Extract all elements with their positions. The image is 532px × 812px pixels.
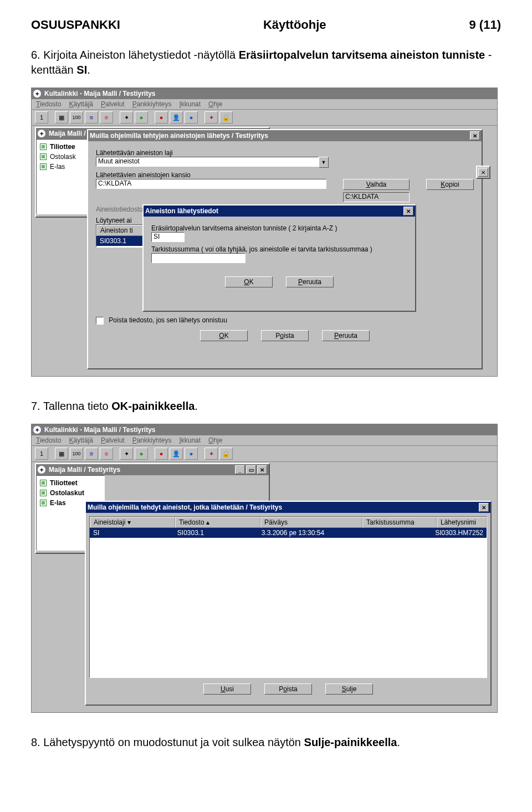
poista-button[interactable]: Poista bbox=[264, 683, 312, 695]
table-row[interactable]: SI SI0303.1 3.3.2006 pe 13:30:54 SI0303.… bbox=[90, 528, 487, 538]
col-aineistolaji[interactable]: Aineistolaji ▾ bbox=[90, 517, 175, 528]
sulje-button[interactable]: Sulje bbox=[325, 683, 373, 695]
poista-button[interactable]: Poista bbox=[261, 330, 309, 341]
step-6-bold2: SI bbox=[76, 64, 87, 76]
menu-pankkiyhteys[interactable]: Pankkiyhteys bbox=[132, 436, 172, 444]
tree-item[interactable]: ▦Tiliotteet bbox=[40, 478, 101, 488]
send-dialog-buttons: OK Poista Peruuta bbox=[96, 330, 474, 341]
tree-item[interactable]: ▦Ostolask bbox=[40, 152, 89, 162]
kopioi-button[interactable]: Kopioi bbox=[426, 179, 474, 190]
toolbar-btn-2[interactable]: ▦ bbox=[55, 111, 68, 124]
label-material-type: Lähetettävän aineiston laji bbox=[96, 149, 474, 157]
header-right: 9 (11) bbox=[469, 18, 501, 32]
result-list[interactable]: Aineistolaji ▾ Tiedosto ▴ Päiväys Tarkis… bbox=[89, 516, 487, 678]
toolbar-btn-2[interactable]: ▦ bbox=[55, 448, 68, 460]
step-7-bold: OK-painikkeella bbox=[111, 400, 195, 412]
close-icon[interactable]: ✕ bbox=[479, 503, 489, 512]
toolbar-btn-10[interactable]: ● bbox=[185, 111, 198, 124]
ok-button[interactable]: OK bbox=[200, 330, 248, 341]
toolbar-btn-8[interactable]: ● bbox=[155, 111, 168, 124]
toolbar-btn-8[interactable]: ● bbox=[155, 448, 168, 460]
toolbar-btn-5[interactable]: ≡ bbox=[100, 111, 113, 124]
tree-item[interactable]: ▦E-las bbox=[40, 162, 89, 172]
toolbar-btn-3[interactable]: 100 bbox=[70, 448, 83, 460]
toolbar-btn-1[interactable]: 1 bbox=[35, 111, 48, 124]
toolbar-btn-7[interactable]: ● bbox=[135, 111, 148, 124]
tree-view[interactable]: ▦Tiliottee ▦Ostolask ▦E-las bbox=[36, 139, 93, 214]
cell-lahetysnimi: SI0303.HM7252 bbox=[432, 528, 487, 538]
info-dialog-titlebar: Aineiston lähetystiedot ✕ bbox=[144, 205, 415, 217]
info-peruuta-button[interactable]: Peruuta bbox=[286, 276, 334, 287]
found-list[interactable]: Aineiston ti SI0303.1 bbox=[96, 224, 147, 248]
checkbox-label: Poista tiedosto, jos sen lähetys onnistu… bbox=[109, 316, 227, 324]
floating-close[interactable]: ✕ bbox=[476, 166, 490, 179]
checkbox-icon[interactable] bbox=[96, 317, 104, 325]
menu-ohje[interactable]: Ohje bbox=[208, 100, 222, 108]
info-dialog-title: Aineiston lähetystiedot bbox=[145, 207, 218, 215]
toolbar-btn-6[interactable]: ✦ bbox=[120, 111, 133, 124]
cell-aineistolaji: SI bbox=[90, 528, 174, 538]
list-dialog-titlebar: Muilla ohjelmilla tehdyt aineistot, jotk… bbox=[86, 502, 490, 513]
header-left: OSUUSPANKKI bbox=[31, 18, 120, 32]
menu-kayttaja[interactable]: Käyttäjä bbox=[69, 436, 93, 444]
vaihda-button[interactable]: Vaihda bbox=[343, 179, 410, 190]
tree-item[interactable]: ▦Ostolaskut bbox=[40, 488, 101, 498]
col-tarkistussumma[interactable]: Tarkistussumma bbox=[362, 517, 437, 528]
info-ok-button[interactable]: OK bbox=[225, 276, 273, 287]
toolbar-btn-11[interactable]: ✦ bbox=[204, 111, 218, 124]
menu-tiedosto[interactable]: Tiedosto bbox=[36, 436, 62, 444]
col-tiedosto[interactable]: Tiedosto ▴ bbox=[175, 517, 260, 528]
toolbar-btn-5[interactable]: ≡ bbox=[100, 448, 113, 460]
menu-palvelut[interactable]: Palvelut bbox=[101, 100, 125, 108]
label-tunniste: Eräsiirtopalvelun tarvitsema aineiston t… bbox=[151, 224, 407, 232]
col-paivays[interactable]: Päiväys bbox=[260, 517, 362, 528]
tree-item[interactable]: ▦Tiliottee bbox=[40, 142, 89, 152]
peruuta-button[interactable]: Peruuta bbox=[322, 330, 370, 341]
menu-ikkunat[interactable]: Ikkunat bbox=[179, 100, 201, 108]
toolbar-btn-3[interactable]: 100 bbox=[70, 111, 83, 124]
list-item[interactable]: SI0303.1 bbox=[96, 236, 146, 246]
chevron-down-icon[interactable]: ▼ bbox=[319, 157, 329, 168]
menu-palvelut[interactable]: Palvelut bbox=[101, 436, 125, 444]
step-6-suffix: . bbox=[87, 64, 90, 76]
menu-pankkiyhteys[interactable]: Pankkiyhteys bbox=[132, 100, 172, 108]
uusi-button[interactable]: Uusi bbox=[203, 683, 251, 695]
toolbar-btn-12[interactable]: 🔒 bbox=[219, 111, 233, 124]
toolbar-btn-4[interactable]: ≡ bbox=[85, 111, 98, 124]
mdi-icon: ✦ bbox=[38, 466, 45, 474]
menu-tiedosto[interactable]: Tiedosto bbox=[36, 100, 62, 108]
screenshot-2: ✦ Kultalinkki - Maija Malli / Testiyrity… bbox=[31, 424, 498, 713]
close-icon[interactable]: ✕ bbox=[478, 168, 488, 177]
checksum-input[interactable] bbox=[151, 253, 245, 263]
maximize-icon[interactable]: ▭ bbox=[246, 465, 256, 474]
col-lahetysnimi[interactable]: Lähetysnimi bbox=[437, 517, 487, 528]
menu-ohje[interactable]: Ohje bbox=[208, 436, 222, 444]
toolbar-btn-10[interactable]: ● bbox=[185, 448, 198, 460]
menubar: Tiedosto Käyttäjä Palvelut Pankkiyhteys … bbox=[32, 99, 497, 110]
close-icon[interactable]: ✕ bbox=[403, 207, 413, 215]
list-header: Aineistolaji ▾ Tiedosto ▴ Päiväys Tarkis… bbox=[90, 517, 487, 528]
toolbar-btn-6[interactable]: ✦ bbox=[120, 448, 133, 460]
tunniste-input[interactable]: SI bbox=[151, 232, 185, 242]
app-title: Kultalinkki - Maija Malli / Testiyritys bbox=[44, 90, 156, 97]
toolbar-btn-4[interactable]: ≡ bbox=[85, 448, 98, 460]
folder-input[interactable]: C:\KLDATA bbox=[96, 179, 326, 189]
toolbar-btn-12[interactable]: 🔒 bbox=[219, 448, 233, 460]
mdi-title: Maija Malli / bbox=[49, 130, 86, 137]
close-icon[interactable]: ✕ bbox=[470, 131, 480, 140]
toolbar-btn-9[interactable]: 👤 bbox=[170, 111, 183, 124]
toolbar-btn-9[interactable]: 👤 bbox=[170, 448, 183, 460]
material-type-dropdown[interactable]: Muut aineistot ▼ bbox=[96, 157, 329, 168]
menu-ikkunat[interactable]: Ikkunat bbox=[179, 436, 201, 444]
mdi-titlebar: ✦ Maija Malli / Testiyritys _ ▭ ✕ bbox=[36, 464, 269, 475]
toolbar-btn-7[interactable]: ● bbox=[135, 448, 148, 460]
delete-checkbox-row[interactable]: Poista tiedosto, jos sen lähetys onnistu… bbox=[96, 316, 474, 325]
step-7-suffix: . bbox=[195, 400, 198, 412]
minimize-icon[interactable]: _ bbox=[235, 465, 245, 474]
toolbar-btn-1[interactable]: 1 bbox=[35, 448, 48, 460]
close-icon[interactable]: ✕ bbox=[257, 465, 267, 474]
menu-kayttaja[interactable]: Käyttäjä bbox=[69, 100, 93, 108]
toolbar-btn-11[interactable]: ✦ bbox=[204, 448, 218, 460]
label-folder: Lähetettävien aineistojen kansio bbox=[96, 171, 474, 179]
step-8-suffix: . bbox=[397, 736, 400, 748]
